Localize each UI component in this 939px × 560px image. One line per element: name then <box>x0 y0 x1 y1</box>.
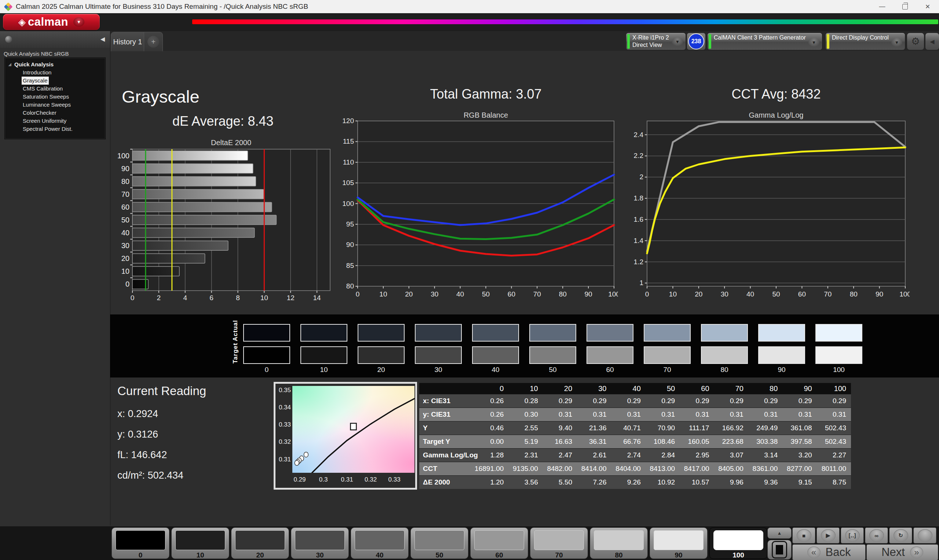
sidebar-item-grayscale[interactable]: Grayscale <box>5 77 105 85</box>
add-tab-button[interactable]: + <box>144 32 163 51</box>
loop-button[interactable]: ∞ <box>865 528 888 543</box>
display-control-dropdown[interactable]: Direct Display Control ▼ <box>825 32 905 50</box>
back-button[interactable]: « Back <box>792 544 866 560</box>
svg-text:50: 50 <box>772 290 780 298</box>
pattern-button-30[interactable]: 30 <box>291 528 349 559</box>
svg-text:70: 70 <box>824 290 831 298</box>
svg-text:14: 14 <box>313 294 321 302</box>
close-button[interactable]: ✕ <box>916 0 939 13</box>
pattern-button-50[interactable]: 50 <box>410 528 469 559</box>
cie-x-tick: 0.3 <box>315 476 332 483</box>
pattern-window-toggle-button[interactable] <box>767 540 791 560</box>
pattern-button-90[interactable]: 90 <box>649 528 708 559</box>
grayscale-swatch-strip: Actual Target 0102030405060708090100 <box>110 314 939 377</box>
restore-button[interactable] <box>894 0 916 13</box>
target-swatch-80 <box>701 346 748 364</box>
tab-history-1[interactable]: History 1 <box>111 32 145 51</box>
calman-logo-icon: ◈ <box>19 17 26 27</box>
pattern-button-100[interactable]: 100 <box>709 528 767 559</box>
pattern-button-0[interactable]: 0 <box>111 528 170 559</box>
sidebar-item-spectral-power-dist-[interactable]: Spectral Power Dist. <box>5 125 105 133</box>
collapse-sidebar-button[interactable]: ◀ <box>100 35 105 43</box>
reading-fl: fL: 146.642 <box>117 449 268 461</box>
collapse-right-panel-button[interactable]: ◀ <box>925 32 939 50</box>
minimize-button[interactable]: — <box>871 0 894 13</box>
page-title: Grayscale <box>122 86 199 107</box>
svg-text:1.4: 1.4 <box>634 237 644 245</box>
sidebar-item-colorchecker[interactable]: ColorChecker <box>5 109 105 117</box>
sidebar-item-saturation-sweeps[interactable]: Saturation Sweeps <box>5 93 105 101</box>
sidebar-item-introduction[interactable]: Introduction <box>5 69 105 77</box>
calman-logo-text: calman <box>28 15 68 29</box>
svg-text:2.4: 2.4 <box>634 131 644 138</box>
restore-icon <box>902 4 908 9</box>
chevron-down-icon: ▼ <box>73 17 84 27</box>
gamma-loglog-line-chart: 11.21.41.61.822.22.401020304050607080901… <box>629 118 910 301</box>
rgb-balance-line-chart: 8085909510010511011512001020304050607080… <box>339 118 618 301</box>
meter-reading-badge-button[interactable]: 238 <box>687 32 706 50</box>
actual-swatch-80 <box>701 324 748 342</box>
svg-text:50: 50 <box>482 290 490 298</box>
play-icon: ▶ <box>821 529 836 542</box>
spectrum-gradient-bar <box>192 19 938 24</box>
sidebar: ◀ Quick Analysis NBC sRGB ◢ Quick Analys… <box>0 31 110 526</box>
refresh-button[interactable]: ↻ <box>889 528 912 543</box>
total-gamma-readout: Total Gamma: 3.07 <box>358 86 614 102</box>
table-row-x-cie31: x: CIE310.260.280.290.290.290.290.290.29… <box>419 394 851 408</box>
svg-text:10: 10 <box>122 267 130 275</box>
pattern-button-70[interactable]: 70 <box>530 528 588 559</box>
pattern-button-80[interactable]: 80 <box>590 528 648 559</box>
blank-button[interactable] <box>913 528 936 543</box>
sidebar-item-cms-calibration[interactable]: CMS Calibration <box>5 85 105 93</box>
target-swatch-30 <box>415 346 462 364</box>
target-row-label: Target <box>232 346 240 363</box>
table-row-y: Y0.462.559.4021.3640.7170.90111.17166.92… <box>419 421 851 435</box>
step-icon: [‥] <box>845 529 860 542</box>
app-icon <box>4 2 12 11</box>
target-swatch-10 <box>301 346 347 364</box>
svg-text:0: 0 <box>125 280 130 288</box>
actual-swatch-30 <box>415 324 462 342</box>
calman-window: Calman 2025 Calman Ultimate for Business… <box>0 0 939 560</box>
stop-icon: ■ <box>797 529 811 542</box>
cie-x-tick: 0.31 <box>338 476 356 483</box>
stop-button[interactable]: ■ <box>792 528 816 543</box>
table-row-gamma-log-log: Gamma Log/Log1.282.312.472.612.742.842.9… <box>419 448 851 462</box>
svg-text:115: 115 <box>343 137 354 145</box>
svg-text:2: 2 <box>157 294 161 302</box>
play-button[interactable]: ▶ <box>817 528 840 543</box>
cie-x-tick: 0.33 <box>385 476 403 483</box>
svg-text:6: 6 <box>210 294 213 302</box>
source-dropdown[interactable]: CalMAN Client 3 Pattern Generator ▼ <box>707 32 822 50</box>
tree-expander-icon: ◢ <box>8 60 11 69</box>
sidebar-item-screen-uniformity[interactable]: Screen Uniformity <box>5 117 105 125</box>
source-name: CalMAN Client 3 Pattern Generator <box>714 34 806 42</box>
svg-text:10: 10 <box>669 290 677 298</box>
pattern-button-10[interactable]: 10 <box>171 528 229 559</box>
calman-menu-button[interactable]: ◈ calman ▼ <box>3 14 100 30</box>
meter-name: X-Rite i1Pro 2 <box>632 34 669 42</box>
chevron-left-icon: ◀ <box>930 38 934 45</box>
svg-text:20: 20 <box>405 290 413 298</box>
pattern-button-60[interactable]: 60 <box>470 528 528 559</box>
step-button[interactable]: [‥] <box>841 528 864 543</box>
actual-swatch-20 <box>358 324 405 342</box>
cct-average-readout: CCT Avg: 8432 <box>647 86 905 102</box>
swatch-level-label: 0 <box>243 366 290 374</box>
svg-text:60: 60 <box>508 290 515 298</box>
pattern-button-20[interactable]: 20 <box>231 528 289 559</box>
cie-plot-area <box>292 386 415 473</box>
pattern-window-up-button[interactable]: ▲ <box>767 528 791 539</box>
meter-dropdown[interactable]: X-Rite i1Pro 2 Direct View ▼ <box>626 32 686 50</box>
table-header-row: 0102030405060708090100 <box>419 383 851 394</box>
gear-icon: ⚙ <box>911 35 920 47</box>
tree-node-quick-analysis[interactable]: ◢ Quick Analysis <box>5 60 105 69</box>
target-swatch-90 <box>758 346 805 364</box>
settings-button[interactable]: ⚙ <box>907 32 924 50</box>
next-button[interactable]: Next » <box>867 544 938 560</box>
meter-status-accent <box>627 34 630 49</box>
pattern-button-40[interactable]: 40 <box>351 528 409 559</box>
svg-text:30: 30 <box>122 242 130 249</box>
table-row-target-y: Target Y0.005.1916.6336.3166.76108.46160… <box>419 435 851 448</box>
sidebar-item-luminance-sweeps[interactable]: Luminance Sweeps <box>5 101 105 109</box>
